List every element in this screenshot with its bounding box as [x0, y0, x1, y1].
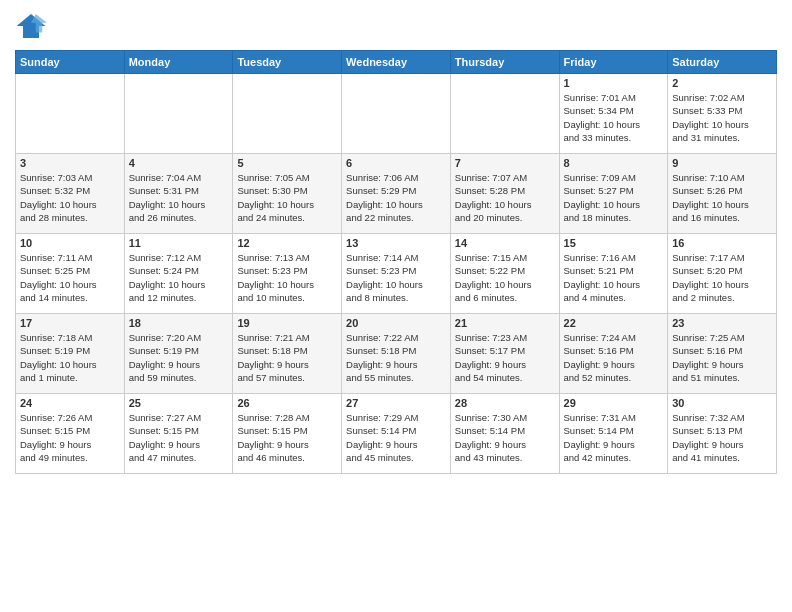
- day-info: Sunrise: 7:07 AM Sunset: 5:28 PM Dayligh…: [455, 171, 555, 224]
- day-info: Sunrise: 7:11 AM Sunset: 5:25 PM Dayligh…: [20, 251, 120, 304]
- day-info: Sunrise: 7:22 AM Sunset: 5:18 PM Dayligh…: [346, 331, 446, 384]
- day-info: Sunrise: 7:21 AM Sunset: 5:18 PM Dayligh…: [237, 331, 337, 384]
- day-number: 6: [346, 157, 446, 169]
- day-info: Sunrise: 7:13 AM Sunset: 5:23 PM Dayligh…: [237, 251, 337, 304]
- calendar-cell: 18Sunrise: 7:20 AM Sunset: 5:19 PM Dayli…: [124, 314, 233, 394]
- day-info: Sunrise: 7:14 AM Sunset: 5:23 PM Dayligh…: [346, 251, 446, 304]
- calendar-cell: 27Sunrise: 7:29 AM Sunset: 5:14 PM Dayli…: [342, 394, 451, 474]
- day-number: 8: [564, 157, 664, 169]
- day-info: Sunrise: 7:32 AM Sunset: 5:13 PM Dayligh…: [672, 411, 772, 464]
- day-info: Sunrise: 7:20 AM Sunset: 5:19 PM Dayligh…: [129, 331, 229, 384]
- calendar-cell: 26Sunrise: 7:28 AM Sunset: 5:15 PM Dayli…: [233, 394, 342, 474]
- day-number: 20: [346, 317, 446, 329]
- day-info: Sunrise: 7:02 AM Sunset: 5:33 PM Dayligh…: [672, 91, 772, 144]
- day-info: Sunrise: 7:15 AM Sunset: 5:22 PM Dayligh…: [455, 251, 555, 304]
- header-day-monday: Monday: [124, 51, 233, 74]
- calendar-cell: 29Sunrise: 7:31 AM Sunset: 5:14 PM Dayli…: [559, 394, 668, 474]
- day-number: 17: [20, 317, 120, 329]
- week-row-3: 10Sunrise: 7:11 AM Sunset: 5:25 PM Dayli…: [16, 234, 777, 314]
- day-info: Sunrise: 7:16 AM Sunset: 5:21 PM Dayligh…: [564, 251, 664, 304]
- calendar-cell: 15Sunrise: 7:16 AM Sunset: 5:21 PM Dayli…: [559, 234, 668, 314]
- day-number: 30: [672, 397, 772, 409]
- calendar-cell: [450, 74, 559, 154]
- day-number: 2: [672, 77, 772, 89]
- calendar-cell: 7Sunrise: 7:07 AM Sunset: 5:28 PM Daylig…: [450, 154, 559, 234]
- day-info: Sunrise: 7:01 AM Sunset: 5:34 PM Dayligh…: [564, 91, 664, 144]
- day-number: 16: [672, 237, 772, 249]
- calendar-cell: 1Sunrise: 7:01 AM Sunset: 5:34 PM Daylig…: [559, 74, 668, 154]
- day-info: Sunrise: 7:09 AM Sunset: 5:27 PM Dayligh…: [564, 171, 664, 224]
- day-info: Sunrise: 7:04 AM Sunset: 5:31 PM Dayligh…: [129, 171, 229, 224]
- calendar-cell: 20Sunrise: 7:22 AM Sunset: 5:18 PM Dayli…: [342, 314, 451, 394]
- logo-icon: [15, 10, 47, 42]
- week-row-1: 1Sunrise: 7:01 AM Sunset: 5:34 PM Daylig…: [16, 74, 777, 154]
- day-number: 25: [129, 397, 229, 409]
- day-info: Sunrise: 7:05 AM Sunset: 5:30 PM Dayligh…: [237, 171, 337, 224]
- day-info: Sunrise: 7:27 AM Sunset: 5:15 PM Dayligh…: [129, 411, 229, 464]
- day-info: Sunrise: 7:25 AM Sunset: 5:16 PM Dayligh…: [672, 331, 772, 384]
- calendar-cell: 11Sunrise: 7:12 AM Sunset: 5:24 PM Dayli…: [124, 234, 233, 314]
- calendar-cell: [233, 74, 342, 154]
- calendar-header: SundayMondayTuesdayWednesdayThursdayFrid…: [16, 51, 777, 74]
- day-number: 15: [564, 237, 664, 249]
- day-number: 4: [129, 157, 229, 169]
- day-number: 19: [237, 317, 337, 329]
- day-info: Sunrise: 7:30 AM Sunset: 5:14 PM Dayligh…: [455, 411, 555, 464]
- day-number: 14: [455, 237, 555, 249]
- calendar-body: 1Sunrise: 7:01 AM Sunset: 5:34 PM Daylig…: [16, 74, 777, 474]
- week-row-2: 3Sunrise: 7:03 AM Sunset: 5:32 PM Daylig…: [16, 154, 777, 234]
- day-info: Sunrise: 7:28 AM Sunset: 5:15 PM Dayligh…: [237, 411, 337, 464]
- week-row-4: 17Sunrise: 7:18 AM Sunset: 5:19 PM Dayli…: [16, 314, 777, 394]
- calendar-cell: 14Sunrise: 7:15 AM Sunset: 5:22 PM Dayli…: [450, 234, 559, 314]
- calendar-cell: 8Sunrise: 7:09 AM Sunset: 5:27 PM Daylig…: [559, 154, 668, 234]
- day-number: 12: [237, 237, 337, 249]
- day-info: Sunrise: 7:31 AM Sunset: 5:14 PM Dayligh…: [564, 411, 664, 464]
- day-info: Sunrise: 7:10 AM Sunset: 5:26 PM Dayligh…: [672, 171, 772, 224]
- calendar-cell: 22Sunrise: 7:24 AM Sunset: 5:16 PM Dayli…: [559, 314, 668, 394]
- calendar-cell: 6Sunrise: 7:06 AM Sunset: 5:29 PM Daylig…: [342, 154, 451, 234]
- calendar-cell: [342, 74, 451, 154]
- day-number: 18: [129, 317, 229, 329]
- calendar-cell: 9Sunrise: 7:10 AM Sunset: 5:26 PM Daylig…: [668, 154, 777, 234]
- calendar-cell: 16Sunrise: 7:17 AM Sunset: 5:20 PM Dayli…: [668, 234, 777, 314]
- day-info: Sunrise: 7:03 AM Sunset: 5:32 PM Dayligh…: [20, 171, 120, 224]
- day-number: 23: [672, 317, 772, 329]
- day-number: 3: [20, 157, 120, 169]
- day-info: Sunrise: 7:26 AM Sunset: 5:15 PM Dayligh…: [20, 411, 120, 464]
- calendar-cell: 23Sunrise: 7:25 AM Sunset: 5:16 PM Dayli…: [668, 314, 777, 394]
- header-day-friday: Friday: [559, 51, 668, 74]
- calendar-cell: 28Sunrise: 7:30 AM Sunset: 5:14 PM Dayli…: [450, 394, 559, 474]
- day-info: Sunrise: 7:29 AM Sunset: 5:14 PM Dayligh…: [346, 411, 446, 464]
- calendar-table: SundayMondayTuesdayWednesdayThursdayFrid…: [15, 50, 777, 474]
- header-day-wednesday: Wednesday: [342, 51, 451, 74]
- day-number: 24: [20, 397, 120, 409]
- calendar-cell: 17Sunrise: 7:18 AM Sunset: 5:19 PM Dayli…: [16, 314, 125, 394]
- day-number: 26: [237, 397, 337, 409]
- day-number: 13: [346, 237, 446, 249]
- page: SundayMondayTuesdayWednesdayThursdayFrid…: [0, 0, 792, 484]
- day-info: Sunrise: 7:06 AM Sunset: 5:29 PM Dayligh…: [346, 171, 446, 224]
- header-day-thursday: Thursday: [450, 51, 559, 74]
- day-number: 28: [455, 397, 555, 409]
- calendar-cell: [16, 74, 125, 154]
- calendar-cell: 12Sunrise: 7:13 AM Sunset: 5:23 PM Dayli…: [233, 234, 342, 314]
- day-number: 10: [20, 237, 120, 249]
- calendar-cell: 21Sunrise: 7:23 AM Sunset: 5:17 PM Dayli…: [450, 314, 559, 394]
- calendar-cell: 5Sunrise: 7:05 AM Sunset: 5:30 PM Daylig…: [233, 154, 342, 234]
- day-number: 7: [455, 157, 555, 169]
- day-number: 22: [564, 317, 664, 329]
- calendar-cell: 19Sunrise: 7:21 AM Sunset: 5:18 PM Dayli…: [233, 314, 342, 394]
- week-row-5: 24Sunrise: 7:26 AM Sunset: 5:15 PM Dayli…: [16, 394, 777, 474]
- header-day-tuesday: Tuesday: [233, 51, 342, 74]
- day-info: Sunrise: 7:24 AM Sunset: 5:16 PM Dayligh…: [564, 331, 664, 384]
- header-day-saturday: Saturday: [668, 51, 777, 74]
- header: [15, 10, 777, 42]
- day-number: 1: [564, 77, 664, 89]
- header-day-sunday: Sunday: [16, 51, 125, 74]
- day-number: 9: [672, 157, 772, 169]
- day-number: 27: [346, 397, 446, 409]
- calendar-cell: 30Sunrise: 7:32 AM Sunset: 5:13 PM Dayli…: [668, 394, 777, 474]
- logo: [15, 10, 51, 42]
- calendar-cell: 13Sunrise: 7:14 AM Sunset: 5:23 PM Dayli…: [342, 234, 451, 314]
- calendar-cell: 24Sunrise: 7:26 AM Sunset: 5:15 PM Dayli…: [16, 394, 125, 474]
